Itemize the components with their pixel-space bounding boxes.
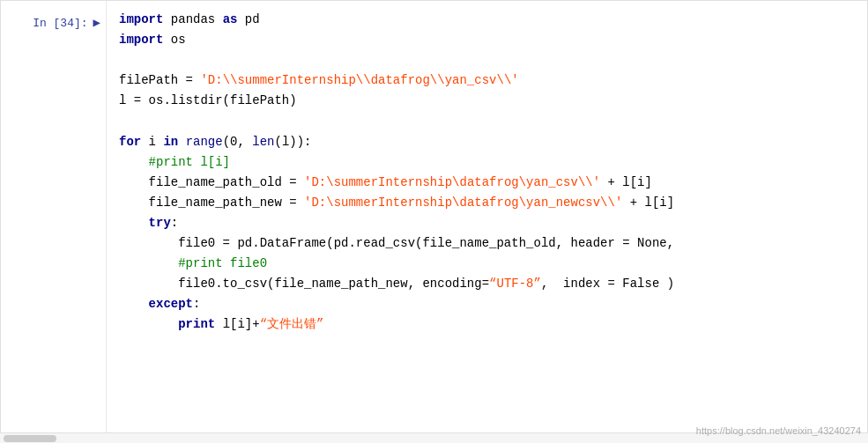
code-line: file0.to_csv(file_name_path_new, encodin… (119, 274, 855, 294)
code-line: file_name_path_new = 'D:\summerInternshi… (119, 193, 855, 213)
notebook-container: In [34]: ▶ import pandas as pd import os… (0, 0, 868, 443)
code-content: import pandas as pd import os filePath =… (107, 1, 867, 442)
code-line: for i in range(0, len(l)): (119, 132, 855, 152)
keyword: except (149, 297, 193, 311)
code-line (119, 111, 855, 131)
scrollbar-thumb[interactable] (4, 435, 56, 442)
code-line (119, 50, 855, 70)
code-line: import pandas as pd (119, 10, 855, 30)
run-button[interactable]: ▶ (93, 15, 100, 30)
code-line: #print l[i] (119, 152, 855, 173)
keyword: import (119, 33, 163, 47)
code-line: file_name_path_old = 'D:\summerInternshi… (119, 173, 855, 193)
code-line: l = os.listdir(filePath) (119, 91, 855, 111)
cell-label: In [34]: (33, 17, 87, 30)
keyword: import (119, 12, 163, 26)
code-line: file0 = pd.DataFrame(pd.read_csv(file_na… (119, 233, 855, 254)
keyword: try (149, 216, 171, 230)
code-cell: In [34]: ▶ import pandas as pd import os… (0, 0, 868, 443)
code-line: print l[i]+“文件出错” (119, 314, 855, 335)
code-line: except: (119, 294, 855, 314)
watermark: https://blog.csdn.net/weixin_43240274 (696, 425, 861, 436)
code-line: import os (119, 30, 855, 50)
keyword: as (223, 12, 238, 26)
keyword: in (163, 135, 178, 149)
code-line: try: (119, 213, 855, 233)
code-line: filePath = 'D:\\summerInternship\\datafr… (119, 70, 855, 91)
keyword: print (178, 317, 215, 331)
keyword: for (119, 135, 141, 149)
cell-gutter: In [34]: ▶ (1, 1, 107, 442)
code-line: #print file0 (119, 254, 855, 274)
